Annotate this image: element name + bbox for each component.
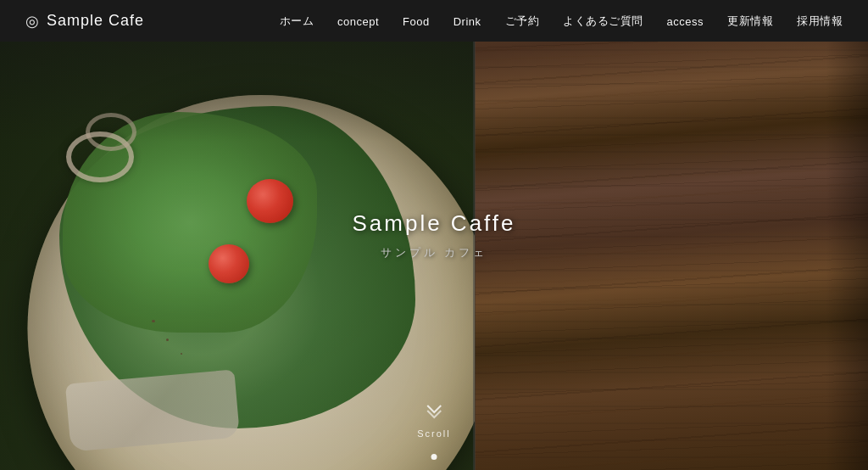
hero-slide-dots	[431, 454, 437, 460]
pepper-speck	[152, 320, 155, 322]
nav-item-concept[interactable]: concept	[337, 14, 379, 29]
hero-wood-background	[475, 0, 868, 470]
pepper-speck	[166, 339, 169, 341]
navbar: ◎ Sample Cafe ホーム concept Food Drink ご予約…	[0, 0, 868, 42]
scroll-indicator[interactable]: Scroll	[417, 401, 451, 440]
nav-menu: ホーム concept Food Drink ご予約 よくあるご質問 acces…	[280, 13, 843, 29]
scroll-chevrons	[417, 401, 451, 420]
nav-item-food[interactable]: Food	[403, 14, 430, 29]
logo[interactable]: ◎ Sample Cafe	[25, 12, 144, 31]
nav-item-home[interactable]: ホーム	[280, 13, 314, 29]
hero-section: Sample Caffe サンプル カフェ Scroll	[0, 0, 868, 470]
chevron-down-icon	[425, 401, 443, 420]
nav-item-faq[interactable]: よくあるご質問	[563, 13, 643, 29]
pepper-speck	[181, 353, 182, 355]
scroll-label: Scroll	[417, 428, 451, 439]
logo-text: Sample Cafe	[47, 12, 144, 30]
nav-item-recruit[interactable]: 採用情報	[797, 13, 843, 29]
nav-item-drink[interactable]: Drink	[453, 14, 481, 29]
right-edge-shadow	[826, 0, 868, 470]
slide-dot-1[interactable]	[431, 454, 437, 460]
hero-food-image	[0, 0, 475, 470]
hero-divider	[473, 0, 476, 470]
logo-icon: ◎	[25, 12, 40, 31]
nav-item-news[interactable]: 更新情報	[727, 13, 773, 29]
nav-item-access[interactable]: access	[667, 14, 704, 29]
wood-grain-2	[475, 0, 868, 470]
nav-item-reservation[interactable]: ご予約	[505, 13, 540, 29]
